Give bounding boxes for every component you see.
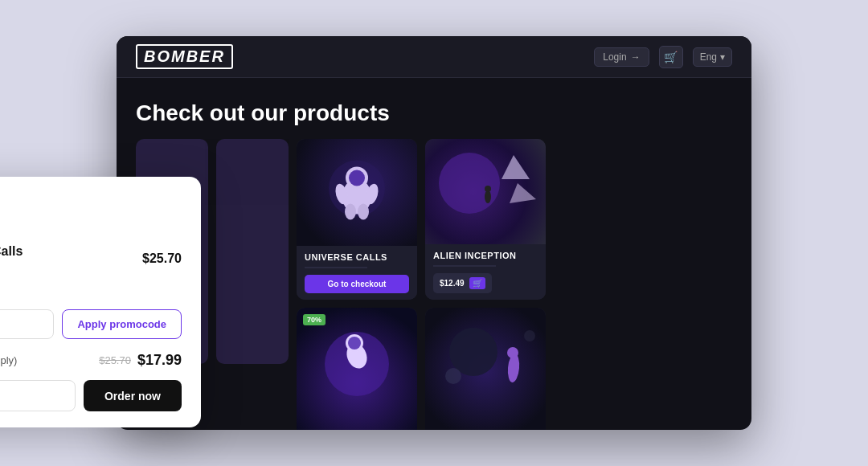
- alien-inception-visual: [425, 139, 546, 235]
- svg-point-19: [507, 347, 518, 358]
- subtotal-final-price: $17.99: [137, 352, 182, 369]
- cart-item-price: $25.70: [142, 251, 182, 266]
- subtotal-prices: $25.70 $17.99: [99, 352, 182, 369]
- svg-point-8: [439, 153, 500, 214]
- subtotal-row: Subtotal (taxes and fees may apply) $25.…: [0, 352, 182, 369]
- products-area: UNIVERSE CALLS Go to checkout: [117, 139, 751, 430]
- svg-point-11: [485, 190, 491, 203]
- svg-marker-9: [502, 155, 530, 179]
- svg-point-12: [485, 186, 491, 192]
- svg-point-3: [349, 170, 365, 186]
- product-card-first-step[interactable]: 70% FIRST STEP: [297, 308, 417, 430]
- cart-nav-icon: 🛒: [664, 51, 678, 63]
- login-button[interactable]: Login →: [594, 47, 649, 67]
- alien-inception-price-row: $12.49 🛒: [433, 273, 538, 293]
- alien-inception-name: ALIEN INCEPTION: [433, 251, 538, 260]
- chevron-down-icon: ▾: [720, 51, 725, 63]
- svg-point-7: [358, 204, 369, 220]
- nav-right: Login → 🛒 Eng ▾: [594, 46, 732, 68]
- divider: [305, 267, 367, 268]
- product-card-outer-planets[interactable]: OUTER PLANETS: [425, 308, 546, 430]
- product-card-universe-calls[interactable]: UNIVERSE CALLS Go to checkout: [297, 139, 417, 300]
- app-window: BOMBER Login → 🛒 Eng ▾ Check out our pro…: [117, 36, 751, 430]
- page-header: Check out our products: [117, 78, 751, 139]
- promo-row: Apply promocode: [0, 309, 182, 339]
- universe-calls-image: [297, 139, 417, 246]
- cart-header: Cart CLEAR: [0, 193, 182, 210]
- subtotal-label: Subtotal (taxes and fees may apply): [0, 354, 17, 366]
- cart-item: Universe Calls for Steam $25.70: [0, 223, 182, 295]
- alien-inception-price-button[interactable]: $12.49 🛒: [433, 273, 492, 293]
- cart-item-name: Universe Calls: [0, 244, 131, 259]
- alien-inception-image: [425, 139, 546, 244]
- svg-point-21: [524, 330, 535, 341]
- svg-point-6: [345, 204, 356, 220]
- svg-point-20: [445, 368, 461, 384]
- promo-input[interactable]: [0, 309, 54, 339]
- cart-nav-button[interactable]: 🛒: [659, 46, 683, 68]
- svg-marker-10: [510, 183, 536, 203]
- price-label: $12.49: [440, 279, 465, 288]
- login-arrow-icon: →: [631, 51, 641, 63]
- stub-card-2: [216, 139, 289, 364]
- order-now-button[interactable]: Order now: [84, 380, 182, 411]
- language-selector[interactable]: Eng ▾: [693, 47, 732, 67]
- discount-badge: 70%: [303, 314, 326, 325]
- cart-add-icon: 🛒: [469, 277, 485, 289]
- logo: BOMBER: [136, 44, 233, 69]
- alien-inception-info: ALIEN INCEPTION $12.49 🛒: [425, 244, 546, 300]
- cart-panel: Cart CLEAR Universe Calls for Steam $25.…: [0, 177, 201, 427]
- cart-item-platform: for Steam: [0, 262, 131, 274]
- universe-calls-checkout-button[interactable]: Go to checkout: [305, 275, 409, 293]
- page-title: Check out our products: [136, 100, 732, 126]
- products-grid: UNIVERSE CALLS Go to checkout: [297, 139, 546, 430]
- navbar: BOMBER Login → 🛒 Eng ▾: [117, 36, 751, 78]
- universe-calls-astronaut: [297, 139, 417, 246]
- subtotal-original-price: $25.70: [99, 354, 131, 366]
- login-label: Login: [603, 51, 626, 63]
- language-label: Eng: [700, 51, 717, 63]
- email-input[interactable]: [0, 380, 76, 411]
- email-row: Order now: [0, 380, 182, 411]
- outer-planets-visual: [425, 308, 546, 404]
- universe-calls-name: UNIVERSE CALLS: [305, 252, 409, 262]
- first-step-image: 70%: [297, 308, 417, 430]
- cart-item-details: Universe Calls for Steam: [0, 244, 131, 274]
- apply-promo-button[interactable]: Apply promocode: [62, 309, 182, 339]
- outer-planets-image: [425, 308, 546, 430]
- product-card-alien-inception[interactable]: ALIEN INCEPTION $12.49 🛒: [425, 139, 546, 300]
- svg-point-16: [348, 337, 361, 350]
- divider: [433, 265, 496, 267]
- universe-calls-info: UNIVERSE CALLS Go to checkout: [297, 246, 417, 300]
